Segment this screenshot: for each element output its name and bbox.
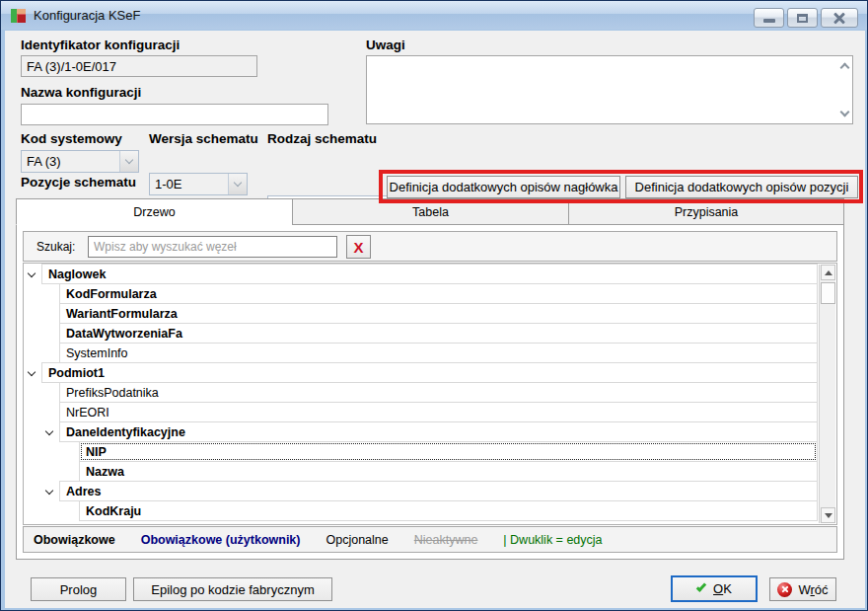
search-clear-button[interactable]: X <box>346 235 371 259</box>
search-label: Szukaj: <box>36 240 75 254</box>
tree-row[interactable]: SystemInfo <box>24 343 819 363</box>
maximize-button[interactable] <box>787 8 818 28</box>
tree-row[interactable]: WariantFormularza <box>24 303 819 324</box>
chevron-down-icon[interactable] <box>45 487 53 495</box>
schema-version-label: Wersja schematu <box>149 131 258 146</box>
triangle-down-icon <box>825 513 832 518</box>
tree-row[interactable]: KodFormularza <box>24 283 819 304</box>
clear-x-icon: X <box>353 239 363 256</box>
window-title: Konfiguracja KSeF <box>34 8 140 23</box>
legend-item: Obowiązkowe (użytkownik) <box>141 533 301 547</box>
tree-viewport: NaglowekKodFormularzaWariantFormularzaDa… <box>24 264 819 524</box>
tree-node-label: DaneIdentyfikacyjne <box>66 425 185 439</box>
tree-row[interactable]: Adres <box>24 481 819 501</box>
schema-version-combo: 1-0E <box>149 173 248 195</box>
app-icon <box>11 8 27 24</box>
scroll-up-button[interactable] <box>821 265 835 280</box>
tree-node-label: KodFormularza <box>66 287 157 301</box>
legend-item: | Dwuklik = edycja <box>503 533 602 547</box>
tree-node-label: NIP <box>86 445 107 459</box>
minimize-icon <box>763 19 775 23</box>
legend-item: Nieaktywne <box>414 533 478 547</box>
tree-node-label: Podmiot1 <box>48 366 105 380</box>
identifier-input <box>21 55 257 77</box>
tree-node-label: KodKraju <box>86 504 141 518</box>
tree-row[interactable]: KodKraju <box>24 500 819 521</box>
back-label: Wróć <box>798 582 828 597</box>
maximize-icon <box>797 14 808 23</box>
minimize-button[interactable] <box>754 8 784 28</box>
identifier-label: Identyfikator konfiguracji <box>21 38 180 52</box>
chevron-down-icon[interactable] <box>45 427 53 435</box>
chevron-down-icon <box>234 179 242 187</box>
legend-item: Opcjonalne <box>326 533 388 547</box>
search-input[interactable] <box>88 236 337 258</box>
tab-tabela[interactable]: Tabela <box>292 198 568 225</box>
scroll-down-icon[interactable] <box>840 108 850 117</box>
tree-node-label: Nazwa <box>86 465 124 479</box>
define-position-descriptions-button[interactable]: Definicja dodatkowych opisów pozycji <box>625 176 858 198</box>
tree-row[interactable]: Nazwa <box>24 461 819 482</box>
combo-dropdown-button <box>228 174 247 194</box>
chevron-down-icon <box>125 156 133 164</box>
tree-node-label: SystemInfo <box>66 346 128 360</box>
notes-label: Uwagi <box>366 38 405 52</box>
name-input[interactable] <box>21 104 328 125</box>
tree-scrollbar[interactable] <box>819 265 835 523</box>
positions-label: Pozycje schematu <box>21 175 136 190</box>
tab-przypisania[interactable]: Przypisania <box>568 198 844 225</box>
tab-drzewo[interactable]: Drzewo <box>16 198 292 225</box>
combo-dropdown-button <box>119 151 138 172</box>
close-button[interactable] <box>821 8 858 28</box>
ok-label: OK <box>713 581 732 596</box>
system-code-label: Kod systemowy <box>21 131 122 146</box>
schema-kind-label: Rodzaj schematu <box>267 131 377 146</box>
tree-view: NaglowekKodFormularzaWariantFormularzaDa… <box>23 263 837 525</box>
tree-row[interactable]: DaneIdentyfikacyjne <box>24 421 819 442</box>
titlebar[interactable]: Konfiguracja KSeF <box>1 1 867 30</box>
define-header-descriptions-button[interactable]: Definicja dodatkowych opisów nagłówka <box>387 176 620 198</box>
legend-bar: ObowiązkoweObowiązkowe (użytkownik)Opcjo… <box>23 526 837 553</box>
notes-textarea[interactable] <box>367 56 835 123</box>
tree-row[interactable]: Podmiot1 <box>24 362 819 383</box>
close-icon <box>833 12 845 24</box>
tree-row[interactable]: Naglowek <box>24 264 819 284</box>
notes-field[interactable] <box>366 55 853 124</box>
scroll-up-icon[interactable] <box>840 63 850 73</box>
ok-button[interactable]: OK <box>671 575 758 602</box>
tab-strip: DrzewoTabelaPrzypisania <box>16 198 844 225</box>
epilog-button[interactable]: Epilog po kodzie fabrycznym <box>133 577 332 601</box>
tree-node-label: NrEORI <box>66 406 109 420</box>
scrollbar-thumb[interactable] <box>821 282 835 304</box>
tree-node-label: Adres <box>66 485 101 498</box>
tree-row[interactable]: PrefiksPodatnika <box>24 382 819 403</box>
tree-node-label: Naglowek <box>48 267 106 281</box>
chevron-down-icon[interactable] <box>28 269 36 277</box>
triangle-up-icon <box>825 270 832 275</box>
back-button[interactable]: Wróć <box>769 577 836 601</box>
prolog-button[interactable]: Prolog <box>31 577 126 601</box>
chevron-down-icon[interactable] <box>28 368 36 376</box>
tree-row[interactable]: NrEORI <box>24 402 819 422</box>
name-label: Nazwa konfiguracji <box>21 85 141 100</box>
red-cancel-icon <box>777 582 792 597</box>
tree-node-label: PrefiksPodatnika <box>66 386 159 400</box>
legend-item: Obowiązkowe <box>34 533 115 547</box>
system-code-combo: FA (3) <box>21 150 139 173</box>
tree-row[interactable]: DataWytworzeniaFa <box>24 323 819 344</box>
tree-node-label: WariantFormularza <box>66 307 178 321</box>
tree-row[interactable]: NIP <box>24 441 819 462</box>
scroll-down-button[interactable] <box>821 507 835 523</box>
tree-node-label: DataWytworzeniaFa <box>66 327 182 341</box>
check-icon <box>696 581 706 592</box>
dialog-window: Konfiguracja KSeF Identyfikator konfigur… <box>0 0 868 611</box>
notes-scrollbar[interactable] <box>835 56 852 123</box>
